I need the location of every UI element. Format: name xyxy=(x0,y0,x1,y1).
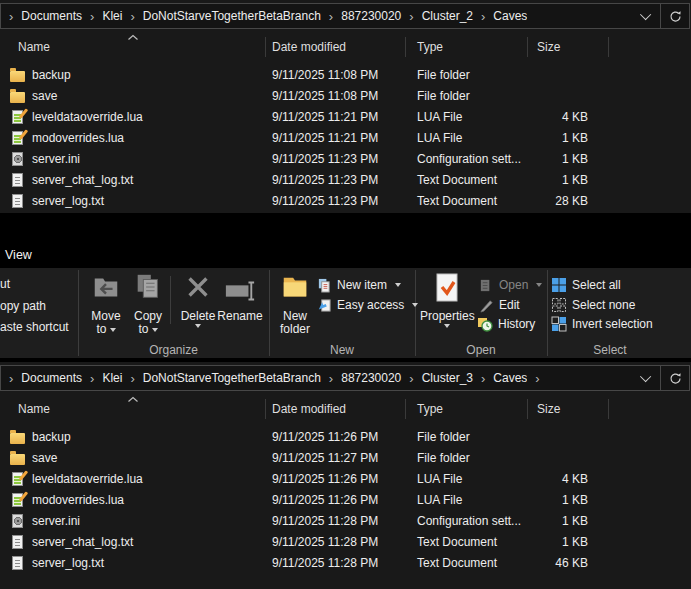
invert-selection-icon xyxy=(551,316,567,332)
breadcrumb-item[interactable]: › DoNotStarveTogetherBetaBranch xyxy=(122,371,320,385)
column-divider[interactable] xyxy=(527,37,528,57)
new-folder-button[interactable]: New folder xyxy=(271,272,319,336)
column-header-size[interactable]: Size xyxy=(537,402,560,416)
open-button[interactable]: Open xyxy=(478,276,542,294)
column-header-date-modified[interactable]: Date modified xyxy=(272,40,346,54)
file-row[interactable]: backup 9/11/2025 11:26 PM File folder xyxy=(0,427,691,448)
breadcrumb-label: Klei xyxy=(102,9,122,23)
breadcrumb-item[interactable]: › DoNotStarveTogetherBetaBranch xyxy=(122,9,320,23)
file-type-icon xyxy=(10,71,25,82)
easy-access-button[interactable]: Easy access xyxy=(316,296,418,314)
copy-to-button[interactable]: Copy to xyxy=(127,272,169,336)
breadcrumb-item[interactable]: › 887230020 xyxy=(321,371,401,385)
select-all-button[interactable]: Select all xyxy=(551,276,621,294)
cut-button[interactable]: ut xyxy=(0,277,10,291)
file-row[interactable]: server_log.txt 9/11/2025 11:28 PM Text D… xyxy=(0,553,691,574)
column-divider[interactable] xyxy=(608,399,609,419)
file-type-icon xyxy=(10,92,25,103)
address-bar[interactable]: › Documents › Klei › DoNotStarveTogether… xyxy=(0,3,690,29)
move-to-icon xyxy=(84,272,128,310)
paste-shortcut-button[interactable]: aste shortcut xyxy=(0,320,69,334)
new-item-button[interactable]: New item xyxy=(316,276,401,294)
file-name: server_log.txt xyxy=(32,556,104,570)
file-row[interactable]: server_log.txt 9/11/2025 11:23 PM Text D… xyxy=(0,191,691,212)
refresh-button[interactable] xyxy=(660,366,689,390)
file-row[interactable]: modoverrides.lua 9/11/2025 11:21 PM LUA … xyxy=(0,128,691,149)
breadcrumb-item[interactable]: › Caves xyxy=(473,9,527,23)
address-dropdown-button[interactable] xyxy=(634,366,660,390)
file-type-icon xyxy=(12,194,23,208)
ribbon: ut opy path aste shortcut Move to Copy t… xyxy=(0,268,691,358)
copy-path-button[interactable]: opy path xyxy=(0,299,46,313)
breadcrumb-item[interactable]: › Caves xyxy=(473,371,527,385)
file-type-icon xyxy=(12,472,23,486)
address-bar[interactable]: › Documents › Klei › DoNotStarveTogether… xyxy=(0,365,690,391)
column-divider[interactable] xyxy=(265,399,266,419)
column-divider[interactable] xyxy=(608,37,609,57)
group-label-open: Open xyxy=(415,343,547,357)
breadcrumb-chevron-icon: › xyxy=(130,10,134,23)
breadcrumb-item[interactable]: › Klei xyxy=(82,9,122,23)
column-header-date-modified[interactable]: Date modified xyxy=(272,402,346,416)
breadcrumb-label: Cluster_2 xyxy=(422,9,473,23)
file-name: server.ini xyxy=(32,514,80,528)
file-row[interactable]: server.ini 9/11/2025 11:23 PM Configurat… xyxy=(0,149,691,170)
file-row[interactable]: backup 9/11/2025 11:08 PM File folder xyxy=(0,65,691,86)
explorer-pane-cluster2: › Documents › Klei › DoNotStarveTogether… xyxy=(0,0,691,213)
breadcrumb-item[interactable]: › Documents xyxy=(1,371,82,385)
address-bar-controls xyxy=(634,366,689,390)
breadcrumb-item[interactable]: › Klei xyxy=(82,371,122,385)
column-header-size[interactable]: Size xyxy=(537,40,560,54)
file-date-modified: 9/11/2025 11:26 PM xyxy=(272,430,378,444)
history-button[interactable]: History xyxy=(477,315,535,333)
file-name: server_chat_log.txt xyxy=(32,535,133,549)
column-divider[interactable] xyxy=(405,37,406,57)
file-row[interactable]: save 9/11/2025 11:08 PM File folder xyxy=(0,86,691,107)
breadcrumb-label: 887230020 xyxy=(341,9,401,23)
breadcrumb-item[interactable]: › Documents xyxy=(1,9,82,23)
column-divider[interactable] xyxy=(265,37,266,57)
file-row[interactable]: server.ini 9/11/2025 11:28 PM Configurat… xyxy=(0,511,691,532)
breadcrumb-chevron-icon: › xyxy=(9,10,13,23)
column-divider[interactable] xyxy=(405,399,406,419)
file-row[interactable]: server_chat_log.txt 9/11/2025 11:28 PM T… xyxy=(0,532,691,553)
properties-button[interactable]: Properties xyxy=(420,272,474,328)
breadcrumb-item[interactable]: › Cluster_2 xyxy=(401,9,473,23)
breadcrumb-item[interactable]: › Cluster_3 xyxy=(401,371,473,385)
file-row[interactable]: leveldataoverride.lua 9/11/2025 11:21 PM… xyxy=(0,107,691,128)
breadcrumb-item[interactable]: › 887230020 xyxy=(321,9,401,23)
tab-view[interactable]: View xyxy=(5,248,32,262)
move-to-button[interactable]: Move to xyxy=(84,272,128,336)
ribbon-window: View ut opy path aste shortcut Move to C… xyxy=(0,222,691,362)
explorer-pane-cluster3: › Documents › Klei › DoNotStarveTogether… xyxy=(0,362,691,589)
select-none-button[interactable]: Select none xyxy=(551,296,635,314)
file-row[interactable]: leveldataoverride.lua 9/11/2025 11:26 PM… xyxy=(0,469,691,490)
column-header-type[interactable]: Type xyxy=(417,402,443,416)
new-item-icon xyxy=(316,277,332,293)
group-label-new: New xyxy=(269,343,415,357)
rename-icon xyxy=(214,272,266,310)
file-row[interactable]: server_chat_log.txt 9/11/2025 11:23 PM T… xyxy=(0,170,691,191)
file-size: 1 KB xyxy=(527,493,588,507)
column-header-name[interactable]: Name xyxy=(18,40,50,54)
column-divider[interactable] xyxy=(527,399,528,419)
file-date-modified: 9/11/2025 11:28 PM xyxy=(272,514,378,528)
sort-ascending-icon xyxy=(127,396,139,403)
breadcrumb-label: DoNotStarveTogetherBetaBranch xyxy=(143,371,321,385)
address-dropdown-button[interactable] xyxy=(634,4,660,28)
breadcrumb-chevron-icon: › xyxy=(409,372,413,385)
refresh-button[interactable] xyxy=(660,4,689,28)
file-date-modified: 9/11/2025 11:26 PM xyxy=(272,472,378,486)
rename-button[interactable]: Rename xyxy=(214,272,266,323)
column-header-type[interactable]: Type xyxy=(417,40,443,54)
dropdown-caret-icon xyxy=(195,324,201,328)
edit-icon xyxy=(478,297,494,313)
file-size: 28 KB xyxy=(527,194,588,208)
column-header-name[interactable]: Name xyxy=(18,402,50,416)
file-row[interactable]: modoverrides.lua 9/11/2025 11:26 PM LUA … xyxy=(0,490,691,511)
file-row[interactable]: save 9/11/2025 11:27 PM File folder xyxy=(0,448,691,469)
breadcrumb-label: Caves xyxy=(493,371,527,385)
invert-selection-button[interactable]: Invert selection xyxy=(551,315,653,333)
edit-button[interactable]: Edit xyxy=(478,296,520,314)
file-type: Configuration sett... xyxy=(417,152,521,166)
